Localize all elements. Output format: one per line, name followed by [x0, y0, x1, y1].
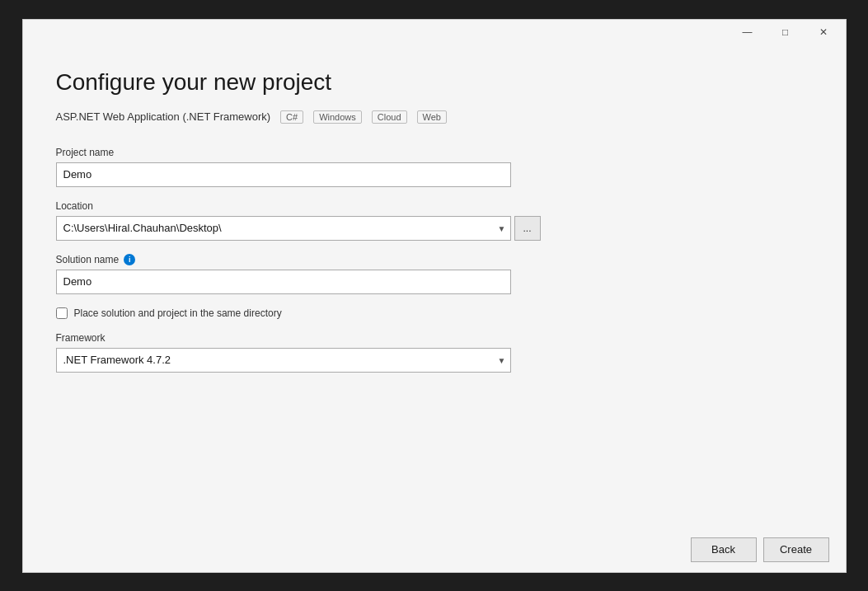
main-window: — □ ✕ Configure your new project ASP.NET…	[22, 19, 847, 573]
form: Project name Location C:\Users\Hiral.Cha…	[56, 147, 813, 386]
tag-windows: Windows	[313, 110, 362, 124]
project-name-label: Project name	[56, 147, 813, 158]
tag-cloud: Cloud	[372, 110, 407, 124]
solution-name-group: Solution name i	[56, 254, 813, 294]
titlebar: — □ ✕	[23, 20, 846, 45]
location-select-wrapper: C:\Users\Hiral.Chauhan\Desktop\ ▼	[56, 216, 511, 241]
browse-button[interactable]: ...	[514, 216, 541, 241]
location-select[interactable]: C:\Users\Hiral.Chauhan\Desktop\	[56, 216, 511, 241]
location-group: Location C:\Users\Hiral.Chauhan\Desktop\…	[56, 200, 813, 241]
solution-name-label: Solution name i	[56, 254, 813, 265]
project-name-input[interactable]	[56, 162, 511, 187]
project-type-label: ASP.NET Web Application (.NET Framework)	[56, 110, 271, 123]
minimize-button[interactable]: —	[729, 20, 767, 45]
page-title: Configure your new project	[56, 69, 813, 96]
same-directory-checkbox[interactable]	[56, 307, 68, 319]
tag-web: Web	[417, 110, 447, 124]
framework-label: Framework	[56, 332, 813, 344]
framework-select[interactable]: .NET Framework 4.7.2 .NET Framework 4.8 …	[56, 348, 511, 373]
solution-name-info-icon[interactable]: i	[124, 254, 135, 265]
content-area: Configure your new project ASP.NET Web A…	[23, 45, 846, 528]
create-button[interactable]: Create	[763, 537, 829, 562]
location-label: Location	[56, 200, 813, 212]
framework-group: Framework .NET Framework 4.7.2 .NET Fram…	[56, 332, 813, 373]
project-name-group: Project name	[56, 147, 813, 187]
tag-csharp: C#	[280, 110, 303, 124]
solution-name-input[interactable]	[56, 270, 511, 294]
same-directory-label: Place solution and project in the same d…	[74, 307, 282, 319]
close-button[interactable]: ✕	[805, 20, 842, 45]
back-button[interactable]: Back	[691, 537, 757, 562]
maximize-button[interactable]: □	[767, 20, 805, 45]
footer: Back Create	[23, 528, 846, 572]
framework-select-wrapper: .NET Framework 4.7.2 .NET Framework 4.8 …	[56, 348, 511, 373]
location-row: C:\Users\Hiral.Chauhan\Desktop\ ▼ ...	[56, 216, 813, 241]
subtitle-row: ASP.NET Web Application (.NET Framework)…	[56, 110, 813, 124]
same-directory-row: Place solution and project in the same d…	[56, 307, 813, 319]
